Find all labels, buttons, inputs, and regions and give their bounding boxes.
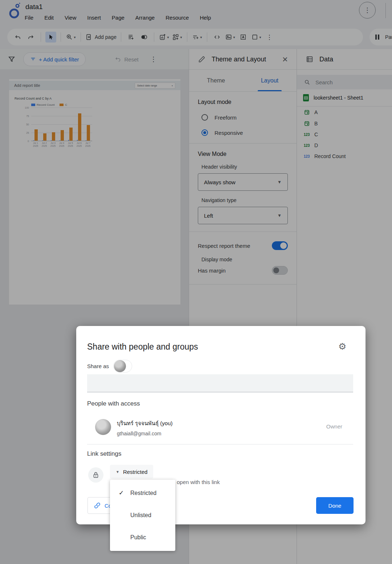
- share-as-label: Share as: [87, 363, 109, 369]
- share-as-row: Share as: [87, 360, 132, 372]
- menu-item-label: Unlisted: [130, 512, 151, 519]
- share-as-account-button[interactable]: [113, 360, 132, 372]
- link-access-value: Restricted: [123, 469, 148, 475]
- avatar: [95, 419, 111, 435]
- gear-icon[interactable]: ⚙: [338, 342, 346, 351]
- person-email: gthaiall@gmail.com: [117, 431, 172, 436]
- link-icon: [94, 502, 101, 509]
- menu-item-unlisted[interactable]: Unlisted: [110, 504, 175, 526]
- avatar: [114, 360, 126, 372]
- link-settings-label: Link settings: [87, 450, 122, 458]
- link-access-hint: open with this link: [177, 479, 220, 485]
- lock-icon: [92, 471, 100, 479]
- menu-item-restricted[interactable]: ✓ Restricted: [110, 482, 175, 504]
- chevron-down-icon: ▼: [116, 470, 119, 474]
- done-button[interactable]: Done: [316, 497, 354, 514]
- divider: [87, 444, 353, 444]
- share-dialog-title: Share with people and groups: [87, 342, 198, 352]
- looker-studio-app: data1 File Edit View Insert Page Arrange…: [0, 0, 392, 564]
- add-people-input[interactable]: [87, 374, 353, 392]
- menu-item-label: Public: [130, 534, 146, 541]
- menu-item-label: Restricted: [130, 490, 156, 496]
- check-icon: ✓: [119, 489, 125, 497]
- link-access-dropdown[interactable]: ▼ Restricted: [110, 465, 153, 479]
- people-with-access-label: People with access: [87, 400, 140, 407]
- owner-role-label: Owner: [326, 423, 342, 430]
- link-access-menu: ✓ Restricted Unlisted Public: [110, 480, 175, 551]
- person-name: บุรินทร์ รุจจนพันธุ์ (you): [117, 419, 172, 428]
- person-row: บุรินทร์ รุจจนพันธุ์ (you) gthaiall@gmai…: [95, 419, 172, 436]
- lock-badge: [88, 467, 103, 483]
- menu-item-public[interactable]: Public: [110, 526, 175, 548]
